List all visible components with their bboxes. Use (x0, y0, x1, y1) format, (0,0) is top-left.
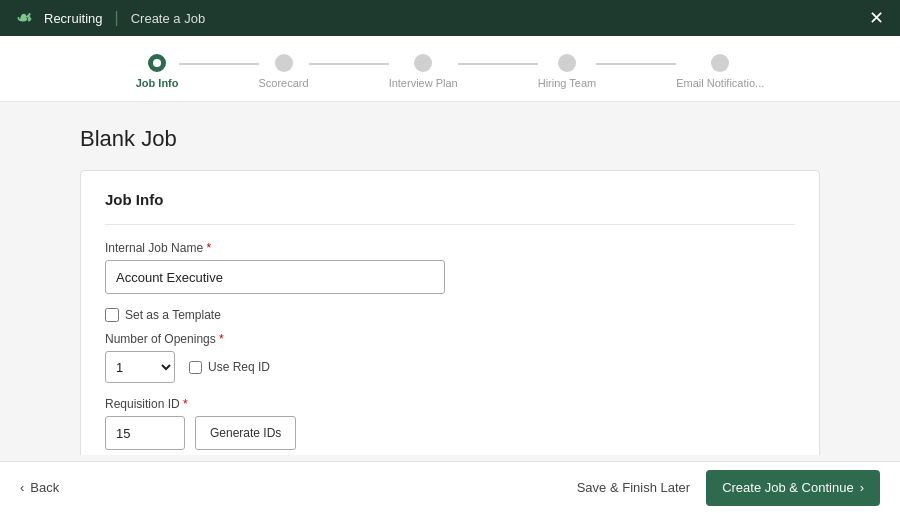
step-hiring-team[interactable]: Hiring Team (538, 54, 597, 89)
topbar-title: Create a Job (131, 11, 205, 26)
topbar-left: ☙ Recruiting | Create a Job (16, 7, 205, 29)
page-title: Blank Job (80, 126, 820, 152)
step-label-hiring-team: Hiring Team (538, 77, 597, 89)
chevron-left-icon: ‹ (20, 480, 24, 495)
divider: | (115, 9, 119, 27)
footer-right: Save & Finish Later Create Job & Continu… (573, 470, 880, 506)
step-circle-interview-plan (414, 54, 432, 72)
greenhouse-icon: ☙ (16, 7, 32, 29)
set-as-template-row: Set as a Template (105, 308, 795, 322)
step-scorecard[interactable]: Scorecard (259, 54, 309, 89)
topbar: ☙ Recruiting | Create a Job ✕ (0, 0, 900, 36)
requisition-id-label: Requisition ID * (105, 397, 795, 411)
step-circle-hiring-team (558, 54, 576, 72)
number-of-openings-select[interactable]: 1 2 3 4 5 (105, 351, 175, 383)
requisition-id-group: Requisition ID * Generate IDs (105, 397, 795, 450)
back-button[interactable]: ‹ Back (20, 480, 59, 495)
step-label-interview-plan: Interview Plan (389, 77, 458, 89)
number-of-openings-group: Number of Openings * 1 2 3 4 5 Use Req I… (105, 332, 795, 383)
number-of-openings-label: Number of Openings * (105, 332, 795, 346)
form-section-title: Job Info (105, 191, 795, 208)
use-req-id-row: Use Req ID (189, 360, 270, 374)
chevron-right-icon: › (860, 480, 864, 495)
step-interview-plan[interactable]: Interview Plan (389, 54, 458, 89)
app-name: Recruiting (44, 11, 103, 26)
main-content: Blank Job Job Info Internal Job Name * S… (0, 102, 900, 455)
internal-job-name-label: Internal Job Name * (105, 241, 795, 255)
step-email-notification[interactable]: Email Notificatio... (676, 54, 764, 89)
footer: ‹ Back Save & Finish Later Create Job & … (0, 461, 900, 513)
internal-job-name-group: Internal Job Name * (105, 241, 795, 294)
step-label-job-info: Job Info (136, 77, 179, 89)
create-continue-button[interactable]: Create Job & Continue › (706, 470, 880, 506)
close-button[interactable]: ✕ (869, 7, 884, 29)
openings-row: 1 2 3 4 5 Use Req ID (105, 351, 795, 383)
step-circle-email-notification (711, 54, 729, 72)
stepper-container: Job Info Scorecard Interview Plan Hiring… (0, 36, 900, 102)
step-connector-4 (596, 63, 676, 65)
step-label-email-notification: Email Notificatio... (676, 77, 764, 89)
form-card: Job Info Internal Job Name * Set as a Te… (80, 170, 820, 455)
internal-job-name-input[interactable] (105, 260, 445, 294)
step-connector-2 (309, 63, 389, 65)
step-circle-job-info (148, 54, 166, 72)
req-id-row: Generate IDs (105, 416, 795, 450)
step-connector-3 (458, 63, 538, 65)
create-continue-label: Create Job & Continue (722, 480, 854, 495)
set-as-template-checkbox[interactable] (105, 308, 119, 322)
step-label-scorecard: Scorecard (259, 77, 309, 89)
step-connector-1 (179, 63, 259, 65)
step-circle-scorecard (275, 54, 293, 72)
back-label: Back (30, 480, 59, 495)
stepper: Job Info Scorecard Interview Plan Hiring… (136, 54, 765, 89)
form-divider (105, 224, 795, 225)
use-req-id-checkbox[interactable] (189, 361, 202, 374)
step-job-info[interactable]: Job Info (136, 54, 179, 89)
set-as-template-label: Set as a Template (125, 308, 221, 322)
requisition-id-input[interactable] (105, 416, 185, 450)
save-finish-button[interactable]: Save & Finish Later (573, 480, 694, 495)
use-req-id-label: Use Req ID (208, 360, 270, 374)
generate-ids-button[interactable]: Generate IDs (195, 416, 296, 450)
